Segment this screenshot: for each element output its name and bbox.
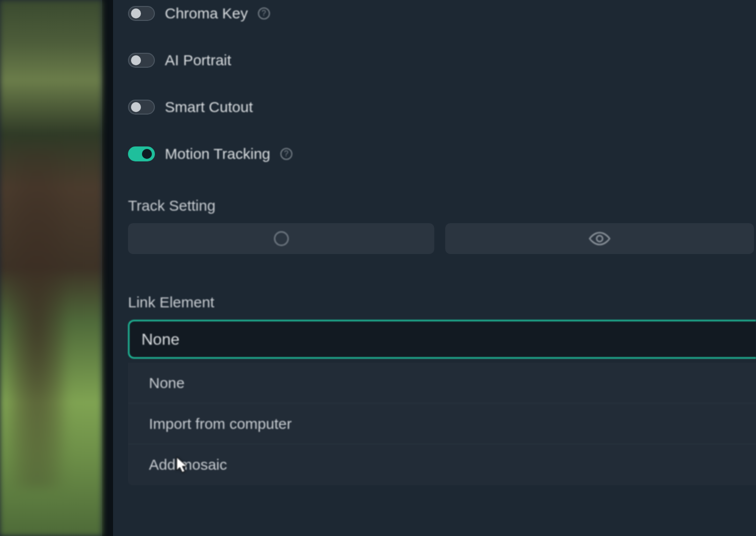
link-element-selected-value: None: [141, 330, 180, 349]
root: Chroma Key ? AI Portrait Smart Cutout Mo…: [0, 0, 756, 536]
chroma-key-label: Chroma Key: [165, 5, 248, 22]
link-element-dropdown[interactable]: None: [128, 320, 756, 359]
toggle-knob: [131, 8, 141, 18]
track-setting-buttons: [128, 223, 756, 254]
track-setting-button-preview[interactable]: [445, 223, 754, 254]
toggle-knob: [131, 102, 141, 112]
help-icon[interactable]: ?: [280, 148, 292, 160]
smart-cutout-toggle[interactable]: [128, 100, 155, 115]
toggle-knob: [131, 55, 141, 65]
link-element-section: Link Element None None Import from compu…: [128, 274, 756, 485]
refresh-icon: [274, 231, 289, 246]
panel-divider: [102, 0, 113, 536]
toggle-row-motion-tracking: Motion Tracking ?: [128, 131, 756, 177]
eye-icon: [588, 231, 611, 246]
effects-panel: Chroma Key ? AI Portrait Smart Cutout Mo…: [113, 0, 756, 536]
link-element-option-none[interactable]: None: [128, 363, 756, 403]
toggle-knob: [142, 149, 152, 159]
link-element-dropdown-list: None Import from computer Add mosaic: [128, 363, 756, 485]
chroma-key-toggle[interactable]: [128, 6, 155, 21]
option-label: Import from computer: [149, 415, 292, 432]
motion-tracking-toggle[interactable]: [128, 146, 155, 161]
ai-portrait-label: AI Portrait: [165, 52, 231, 69]
toggle-row-smart-cutout: Smart Cutout: [128, 84, 756, 131]
smart-cutout-label: Smart Cutout: [165, 99, 253, 116]
svg-point-0: [597, 236, 603, 242]
link-element-option-import[interactable]: Import from computer: [128, 403, 756, 444]
option-label: Add mosaic: [149, 456, 227, 473]
video-preview-strip: [0, 0, 102, 536]
toggle-row-chroma-key: Chroma Key ?: [128, 0, 756, 37]
option-label: None: [149, 375, 185, 392]
ai-portrait-toggle[interactable]: [128, 53, 155, 68]
track-setting-heading: Track Setting: [128, 197, 756, 214]
link-element-option-mosaic[interactable]: Add mosaic: [128, 444, 756, 485]
link-element-heading: Link Element: [128, 294, 756, 311]
help-icon[interactable]: ?: [258, 7, 270, 19]
motion-tracking-label: Motion Tracking: [165, 145, 270, 162]
toggle-row-ai-portrait: AI Portrait: [128, 37, 756, 84]
track-setting-button-reset[interactable]: [128, 223, 434, 254]
